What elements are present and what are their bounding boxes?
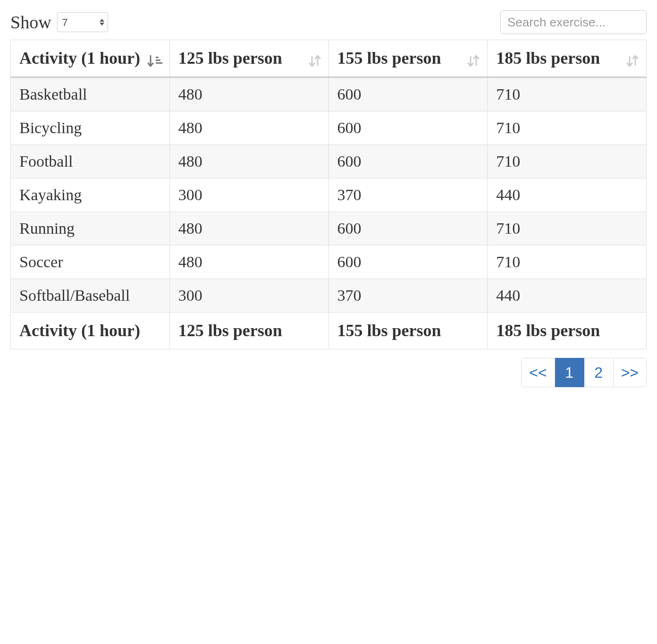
cell-activity: Basketball	[11, 77, 170, 111]
table-header-row: Activity (1 hour) 125 lbs person	[11, 40, 647, 77]
header-label: 125 lbs person	[178, 49, 282, 68]
page-size-select[interactable]: 7	[57, 12, 108, 32]
cell-w155: 600	[328, 111, 488, 145]
cell-w155: 600	[328, 212, 488, 246]
table-row: Bicycling480600710	[11, 111, 647, 145]
table-row: Running480600710	[11, 212, 647, 246]
cell-w185: 440	[488, 178, 647, 212]
sort-icon	[307, 54, 323, 68]
cell-w125: 480	[169, 246, 328, 279]
table-row: Basketball480600710	[11, 77, 647, 111]
cell-w185: 710	[488, 77, 647, 111]
table-row: Football480600710	[11, 145, 647, 178]
cell-activity: Soccer	[11, 246, 170, 279]
cell-w185: 710	[488, 111, 647, 145]
pagination-page-1[interactable]: 1	[555, 358, 584, 387]
cell-activity: Football	[11, 145, 170, 178]
header-125[interactable]: 125 lbs person	[169, 40, 328, 77]
svg-rect-0	[156, 57, 159, 58]
table-row: Softball/Baseball300370440	[11, 279, 647, 313]
cell-activity: Softball/Baseball	[11, 279, 170, 313]
pagination-next-button[interactable]: >>	[614, 358, 647, 387]
show-control: Show 7	[10, 12, 108, 33]
cell-w185: 710	[488, 212, 647, 246]
cell-w125: 480	[169, 145, 328, 178]
page-size-select-wrap: 7	[57, 12, 108, 33]
cell-w185: 440	[488, 279, 647, 313]
footer-185: 185 lbs person	[488, 313, 647, 349]
cell-w125: 300	[169, 178, 328, 212]
show-label: Show	[10, 12, 51, 33]
footer-activity: Activity (1 hour)	[11, 313, 170, 349]
table-footer-row: Activity (1 hour) 125 lbs person 155 lbs…	[11, 313, 647, 349]
search-input[interactable]	[500, 10, 647, 34]
pagination-page-2[interactable]: 2	[584, 358, 614, 387]
cell-activity: Kayaking	[11, 178, 170, 212]
cell-activity: Bicycling	[11, 111, 170, 145]
cell-w125: 480	[169, 77, 328, 111]
pagination-prev-button[interactable]: <<	[521, 358, 555, 387]
cell-w185: 710	[488, 145, 647, 178]
header-185[interactable]: 185 lbs person	[488, 40, 647, 77]
cell-w125: 480	[169, 111, 328, 145]
header-label: 185 lbs person	[496, 49, 600, 68]
cell-w155: 600	[328, 77, 488, 111]
header-label: 155 lbs person	[337, 49, 441, 68]
footer-125: 125 lbs person	[169, 313, 328, 349]
table-row: Soccer480600710	[11, 246, 647, 279]
pagination: <<12>>	[10, 358, 647, 387]
sort-asc-active-icon	[147, 54, 164, 68]
header-155[interactable]: 155 lbs person	[328, 40, 488, 77]
cell-w155: 370	[328, 178, 488, 212]
svg-rect-1	[156, 59, 160, 61]
cell-w125: 300	[169, 279, 328, 313]
calories-table: Activity (1 hour) 125 lbs person	[10, 40, 647, 349]
cell-w155: 370	[328, 279, 488, 313]
cell-w185: 710	[488, 246, 647, 279]
cell-w125: 480	[169, 212, 328, 246]
header-activity[interactable]: Activity (1 hour)	[11, 40, 170, 77]
sort-icon	[465, 54, 481, 68]
cell-activity: Running	[11, 212, 170, 246]
header-label: Activity (1 hour)	[19, 49, 140, 68]
svg-rect-2	[156, 62, 162, 64]
table-body: Basketball480600710Bicycling480600710Foo…	[11, 77, 647, 313]
cell-w155: 600	[328, 145, 488, 178]
table-row: Kayaking300370440	[11, 178, 647, 212]
cell-w155: 600	[328, 246, 488, 279]
sort-icon	[624, 54, 640, 68]
table-controls: Show 7	[10, 10, 647, 34]
footer-155: 155 lbs person	[328, 313, 488, 349]
